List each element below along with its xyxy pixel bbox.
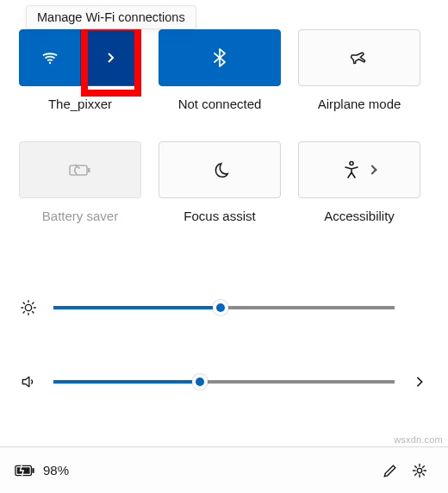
focus-assist-tile[interactable] [159,141,281,198]
svg-point-3 [350,162,353,165]
bluetooth-tile[interactable] [159,29,281,86]
brightness-fill [53,306,221,309]
battery-charging-icon [14,463,36,478]
bluetooth-icon [211,47,228,68]
airplane-tile[interactable] [298,29,420,86]
battery-percent-text: 98% [43,463,69,477]
watermark: wsxdn.com [394,434,443,445]
accessibility-label: Accessibility [324,209,395,245]
accessibility-tile[interactable] [298,141,420,198]
chevron-right-icon [414,376,426,388]
volume-fill [53,380,200,384]
battery-saver-icon [68,161,92,178]
volume-slider[interactable] [53,380,395,384]
chevron-right-icon [367,165,376,174]
brightness-icon [19,298,38,317]
edit-button[interactable] [376,462,405,479]
svg-point-4 [25,304,31,310]
sliders-area [19,271,429,419]
volume-expand-button[interactable] [410,376,429,388]
quick-settings-grid: The_pixxer Not connected Airplane mode [19,29,429,245]
battery-saver-tile [19,141,141,198]
wifi-label: The_pixxer [48,97,112,133]
wifi-toggle[interactable] [20,30,80,85]
wifi-tile[interactable] [19,29,141,86]
gear-icon [411,462,428,479]
wifi-tooltip: Manage Wi-Fi connections [26,5,196,29]
svg-rect-7 [32,468,34,473]
bottom-bar: 98% [0,446,448,493]
battery-saver-label: Battery saver [42,209,118,245]
svg-point-0 [49,62,51,64]
bluetooth-label: Not connected [178,97,262,133]
moon-icon [210,160,229,179]
volume-icon [19,373,38,390]
battery-status[interactable]: 98% [14,463,69,478]
airplane-icon [350,48,369,67]
brightness-row [19,271,429,345]
accessibility-icon [343,160,360,179]
brightness-slider[interactable] [53,306,395,309]
svg-rect-2 [88,168,90,172]
settings-button[interactable] [405,462,434,479]
wifi-icon [40,47,60,68]
brightness-thumb[interactable] [213,300,228,315]
svg-point-8 [417,468,421,472]
volume-thumb[interactable] [192,374,208,390]
pencil-icon [382,462,399,479]
wifi-expand-button[interactable] [80,30,140,85]
focus-assist-label: Focus assist [184,209,255,245]
volume-row [19,345,429,419]
chevron-right-icon [103,51,117,65]
airplane-label: Airplane mode [318,97,401,133]
